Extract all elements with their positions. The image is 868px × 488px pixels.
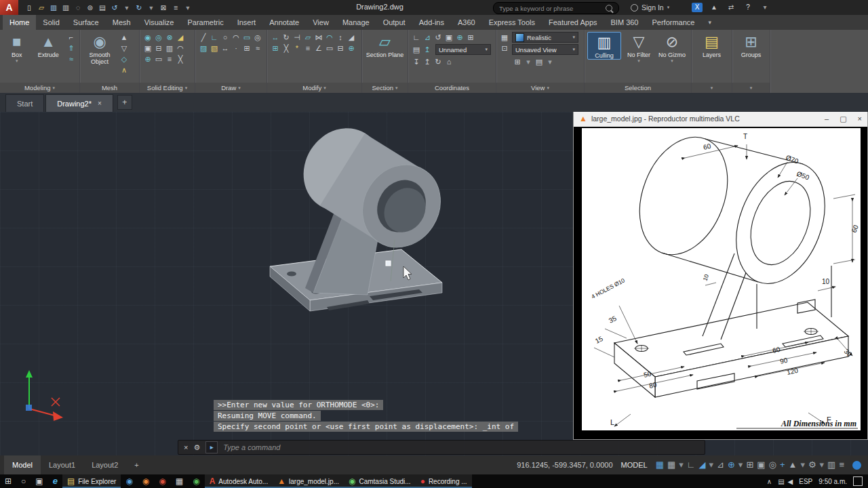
ucs-x-icon[interactable]: ↧	[411, 56, 422, 67]
mirror-icon[interactable]: ⋈	[313, 32, 324, 43]
quick-properties-icon[interactable]: ▥	[827, 455, 835, 474]
ribbon-tab-visualize[interactable]: Visualize	[138, 15, 181, 30]
calculator-button[interactable]: ▦	[171, 474, 188, 488]
file-tab-start[interactable]: Start	[5, 94, 44, 112]
extract-edges-icon[interactable]: ⊟	[153, 43, 164, 54]
close-tab-icon[interactable]: ×	[98, 100, 102, 107]
ribbon-tab-annotate[interactable]: Annotate	[262, 15, 306, 30]
taper-face-icon[interactable]: ▭	[153, 54, 164, 64]
app-blue-button[interactable]: ◉	[121, 474, 137, 488]
no-filter-button[interactable]: ▽ No Filter ▾	[623, 32, 654, 64]
camera-icon[interactable]: ▦	[499, 32, 510, 43]
ucs-world-icon[interactable]: ∟	[411, 32, 422, 43]
undo-caret[interactable]: ▾	[121, 2, 132, 13]
solid-editing-panel-label[interactable]: Solid Editing ▾	[140, 83, 195, 93]
gradient-icon[interactable]: ▧	[209, 43, 220, 54]
fillet-icon[interactable]: ◠	[324, 32, 335, 43]
add-crease-icon[interactable]: ∧	[119, 64, 130, 75]
vlc-titlebar[interactable]: ▲ large_model.jpg - Reproductor multimed…	[574, 110, 867, 127]
refine-mesh-icon[interactable]: ◇	[119, 54, 130, 64]
sweep-icon[interactable]: ≈	[66, 54, 77, 64]
ribbon-tab-mesh[interactable]: Mesh	[106, 15, 138, 30]
groups-panel-label[interactable]: ▾	[732, 83, 770, 93]
ribbon-tab-solid[interactable]: Solid	[36, 15, 66, 30]
digital-sign-icon[interactable]: ⊠	[158, 2, 169, 13]
grip-point[interactable]	[386, 261, 391, 266]
vlc-window[interactable]: ▲ large_model.jpg - Reproductor multimed…	[573, 110, 868, 440]
viewport-config-icon[interactable]: ⊞	[512, 56, 523, 67]
ucs-object-icon[interactable]: ⊕	[454, 32, 465, 43]
tray-volume-icon[interactable]: ◀	[788, 478, 793, 485]
layout2-tab[interactable]: Layout2	[83, 455, 126, 474]
spline-icon[interactable]: ≈	[252, 43, 263, 54]
ucs-face-icon[interactable]: ▣	[443, 32, 454, 43]
view-panel-label[interactable]: View ▾	[496, 83, 584, 93]
culling-button[interactable]: ▥ Culling	[587, 32, 621, 60]
union-icon[interactable]: ◉	[142, 32, 153, 43]
file-explorer-button[interactable]: ▤ File Explorer	[62, 474, 121, 488]
tray-network-icon[interactable]: ▤	[778, 478, 784, 485]
point-icon[interactable]: ·	[231, 43, 241, 54]
task-view-button[interactable]: ▣	[31, 474, 47, 488]
layers-panel-label[interactable]: ▾	[692, 83, 732, 93]
section-panel-label[interactable]: Section ▾	[362, 83, 408, 93]
box-button[interactable]: ■ Box ▾	[3, 32, 31, 64]
smooth-more-icon[interactable]: ▲	[119, 32, 130, 43]
ucs-previous-icon[interactable]: ↺	[433, 32, 443, 43]
ortho-icon[interactable]: ∟	[687, 455, 696, 474]
copy-icon[interactable]: ▱	[302, 32, 313, 43]
groups-button[interactable]: ⊞ Groups	[735, 32, 767, 58]
stretch-icon[interactable]: ↕	[335, 32, 346, 43]
save-to-cloud-icon[interactable]: ⊚	[85, 2, 96, 13]
language-indicator[interactable]: ESP	[799, 478, 812, 485]
app-orange-button[interactable]: ◉	[138, 474, 154, 488]
ribbon-tab-parametric[interactable]: Parametric	[180, 15, 230, 30]
separate-icon[interactable]: ╳	[175, 54, 186, 64]
chamfer-icon[interactable]: ∠	[313, 43, 324, 54]
named-views-icon[interactable]: ▤	[534, 56, 545, 67]
ribbon-tab-manage[interactable]: Manage	[336, 15, 376, 30]
arc-icon[interactable]: ◠	[231, 32, 241, 43]
hatch-icon[interactable]: ▨	[198, 43, 209, 54]
save-as-icon[interactable]: ▥	[60, 2, 71, 13]
smooth-less-icon[interactable]: ▽	[119, 43, 130, 54]
layers-button[interactable]: ▤ Layers	[694, 32, 729, 58]
snap-caret[interactable]: ▾	[679, 455, 684, 474]
minimize-button[interactable]: –	[825, 115, 829, 123]
explode-icon[interactable]: *	[292, 43, 302, 54]
selection-panel-label[interactable]: Selection	[585, 83, 691, 93]
help-caret[interactable]: ▾	[760, 3, 770, 12]
trim-icon[interactable]: ⊣	[292, 32, 302, 43]
modeling-panel-label[interactable]: Modeling ▾	[0, 83, 79, 93]
circle-icon[interactable]: ○	[220, 32, 231, 43]
a360-icon[interactable]: ▲	[709, 3, 719, 12]
ribbon-tab-output[interactable]: Output	[376, 15, 412, 30]
ribbon-tab-bim360[interactable]: BIM 360	[604, 15, 646, 30]
properties-icon[interactable]: ≡	[170, 2, 181, 13]
ellipse-icon[interactable]: ◎	[252, 32, 263, 43]
view-name-dropdown[interactable]: Unsaved View ▾	[512, 44, 578, 55]
line-icon[interactable]: ╱	[198, 32, 209, 43]
search-icon[interactable]	[606, 5, 612, 12]
vlc-video-area[interactable]: 60 T Ø70 Ø50 60 10 30 60 90 120 50 80 4 …	[582, 128, 861, 430]
smooth-object-button[interactable]: ◉ Smooth Object	[83, 32, 117, 65]
osnap-icon[interactable]: ⊕	[728, 455, 735, 474]
osnap-caret[interactable]: ▾	[738, 455, 743, 474]
rotate-icon[interactable]: ↻	[281, 32, 292, 43]
workspace-caret[interactable]: ▾	[820, 455, 825, 474]
qat-caret[interactable]: ▾	[182, 2, 193, 13]
region-icon[interactable]: ⊞	[241, 43, 252, 54]
clock[interactable]: 9:50 a.m.	[818, 478, 847, 485]
annotation-caret[interactable]: ▾	[800, 455, 805, 474]
redo-caret[interactable]: ▾	[146, 2, 157, 13]
intersect-icon[interactable]: ⊗	[164, 32, 175, 43]
ribbon-tab-view[interactable]: View	[306, 15, 336, 30]
polysolid-icon[interactable]: ⌐	[66, 32, 77, 43]
search-input[interactable]	[494, 5, 606, 12]
dynamic-ucs-icon[interactable]: ▣	[757, 455, 765, 474]
model-space-indicator[interactable]: MODEL	[621, 461, 648, 469]
annotation-scale-icon[interactable]: ▲	[789, 455, 797, 474]
modify-panel-label[interactable]: Modify ▾	[267, 83, 361, 93]
stay-connected-icon[interactable]: ⇄	[726, 3, 736, 12]
section-plane-button[interactable]: ▱ Section Plane	[366, 32, 404, 58]
